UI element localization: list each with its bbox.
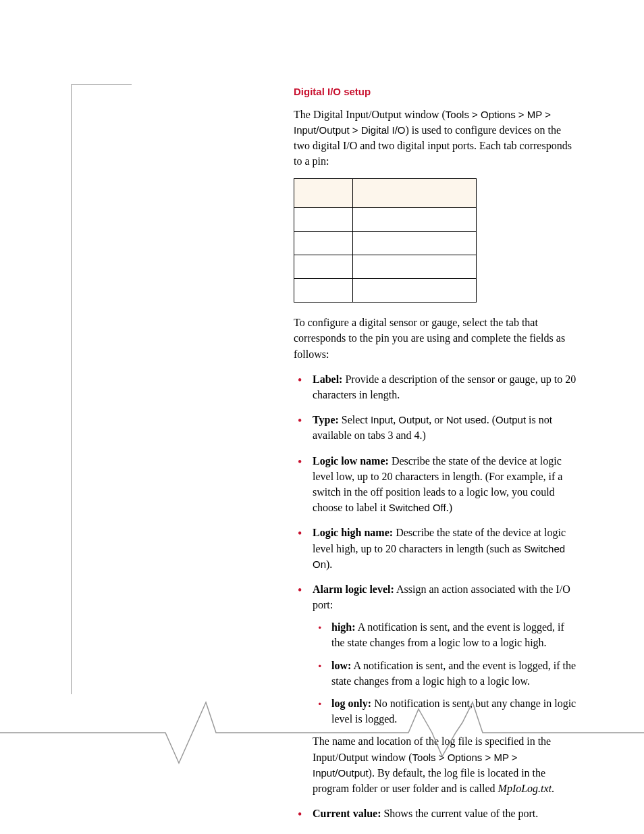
field-label: Label: (313, 373, 342, 385)
list-item: Logic high name: Describe the state of t… (294, 525, 580, 572)
text: The Digital Input/Output window ( (294, 109, 446, 120)
option: Input (371, 414, 393, 425)
field-label: Type: (313, 414, 339, 425)
table-cell (353, 255, 477, 279)
option: Output (398, 414, 429, 425)
table-cell (294, 208, 353, 232)
table-cell (294, 232, 353, 255)
intro-paragraph: The Digital Input/Output window (Tools >… (294, 107, 580, 170)
text: A notification is sent, and the event is… (331, 660, 576, 687)
list-item: Label: Provide a description of the sens… (294, 371, 580, 402)
pin-table (294, 178, 477, 303)
sub-label: low: (331, 660, 351, 671)
table-header (353, 179, 477, 208)
list-item: Logic low name: Describe the state of th… (294, 453, 580, 516)
sub-label: high: (331, 621, 356, 633)
example-value: Switched Off (389, 502, 446, 513)
text: .) (446, 502, 452, 513)
option: Output (495, 414, 526, 425)
waveform-icon (0, 692, 644, 773)
table-header-row (294, 179, 477, 208)
field-label: Current value: (313, 808, 381, 819)
table-row (294, 208, 477, 232)
text: Shows the current value of the port. (381, 808, 538, 819)
table-header (294, 179, 353, 208)
text: Provide a description of the sensor or g… (313, 373, 576, 400)
text: A notification is sent, and the event is… (331, 621, 564, 648)
table-cell (294, 279, 353, 303)
text: . ( (487, 414, 495, 425)
instruction-paragraph: To configure a digital sensor or gauge, … (294, 315, 580, 362)
table-row (294, 279, 477, 303)
list-item: Type: Select Input, Output, or Not used.… (294, 412, 580, 443)
margin-rule-vertical (71, 84, 72, 694)
field-label: Logic low name: (313, 455, 389, 467)
option: Not used (446, 414, 487, 425)
text: Select (339, 414, 371, 425)
section-heading: Digital I/O setup (294, 84, 580, 100)
table-cell (353, 279, 477, 303)
footer-waveform-graphic (0, 692, 644, 773)
list-item: high: A notification is sent, and the ev… (313, 619, 580, 650)
field-label: Logic high name: (313, 527, 393, 538)
text: , or (429, 414, 446, 425)
table-cell (353, 208, 477, 232)
list-item: Current value: Shows the current value o… (294, 806, 580, 821)
filename: MpIoLog.txt (498, 783, 552, 794)
list-item: low: A notification is sent, and the eve… (313, 658, 580, 689)
table-cell (294, 255, 353, 279)
margin-rule-horizontal (71, 84, 132, 85)
text: . (552, 783, 554, 794)
table-row (294, 255, 477, 279)
field-label: Alarm logic level: (313, 583, 394, 595)
table-cell (353, 232, 477, 255)
table-row (294, 232, 477, 255)
text: ). (326, 558, 332, 570)
